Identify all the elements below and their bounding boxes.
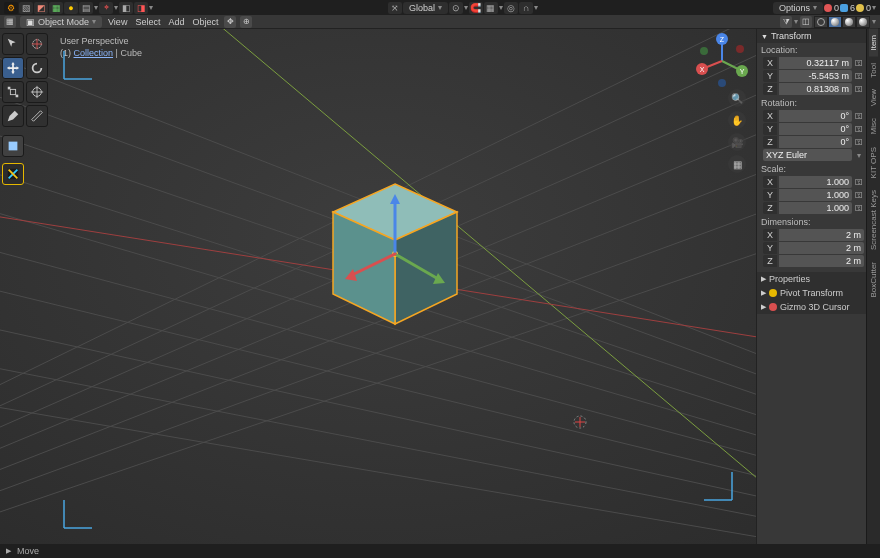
location-x[interactable]: 0.32117 m — [779, 57, 852, 69]
bool-icon-a[interactable]: ◧ — [119, 2, 133, 14]
lock-icon[interactable]: ⚿ — [854, 112, 864, 121]
stat-yellow: 0 — [856, 3, 871, 13]
last-operator-label[interactable]: Move — [17, 546, 39, 556]
nav-gizmo[interactable]: Z Y X — [694, 33, 750, 89]
properties-subpanel[interactable]: ▶Properties — [757, 272, 866, 286]
pivot-subpanel[interactable]: ▶Pivot Transform — [757, 286, 866, 300]
location-z[interactable]: 0.81308 m — [779, 83, 852, 95]
pan-icon[interactable]: ✋ — [728, 111, 746, 129]
breadcrumb-object: Cube — [120, 48, 142, 58]
n-panel-tabs: Item Tool View Misc KIT OPS Screencast K… — [866, 29, 880, 544]
scale-x[interactable]: 1.000 — [779, 176, 852, 188]
orientation-select[interactable]: Global▾ — [403, 2, 448, 14]
location-y[interactable]: -5.5453 m — [779, 70, 852, 82]
svg-text:Z: Z — [720, 36, 725, 43]
snap-toggle[interactable]: 🧲 — [469, 2, 483, 14]
tab-misc[interactable]: Misc — [869, 112, 878, 140]
show-gizmo-icon[interactable]: ✥ — [224, 16, 236, 28]
zoom-icon[interactable]: 🔍 — [728, 89, 746, 107]
rotation-label: Rotation: — [757, 96, 866, 110]
menu-object[interactable]: Object — [190, 17, 220, 27]
lock-icon[interactable]: ⚿ — [854, 191, 864, 200]
lock-icon[interactable]: ⚿ — [854, 125, 864, 134]
shading-matpreview-icon[interactable] — [842, 16, 856, 28]
rotation-z[interactable]: 0° — [779, 136, 852, 148]
svg-point-53 — [718, 79, 726, 87]
svg-text:X: X — [700, 66, 705, 73]
filter-icon[interactable]: ⧩ — [780, 16, 792, 28]
breadcrumb-collection[interactable]: Collection — [74, 48, 114, 58]
shading-rendered-icon[interactable] — [856, 16, 870, 28]
dimensions-z[interactable]: 2 m — [779, 255, 864, 267]
lock-icon[interactable]: ⚿ — [854, 138, 864, 147]
3d-viewport[interactable]: User Perspective (1) Collection | Cube Z… — [0, 29, 756, 544]
svg-point-54 — [700, 47, 708, 55]
menu-select[interactable]: Select — [133, 17, 162, 27]
lock-icon[interactable]: ⚿ — [854, 204, 864, 213]
tool-addon-a[interactable] — [2, 135, 24, 157]
tab-item[interactable]: Item — [869, 29, 878, 57]
tab-view[interactable]: View — [869, 83, 878, 112]
tool-icon-c[interactable]: ● — [64, 2, 78, 14]
editor-type-icon[interactable]: ▦ — [4, 16, 16, 28]
tool-select-box[interactable] — [2, 33, 24, 55]
tab-screencast[interactable]: Screencast Keys — [869, 184, 878, 256]
tool-icon-a[interactable]: ◩ — [34, 2, 48, 14]
options-dropdown[interactable]: Options▾ — [773, 2, 823, 14]
orientation-icon[interactable]: ⤧ — [388, 2, 402, 14]
tool-addon-b[interactable] — [2, 163, 24, 185]
shading-mode[interactable] — [814, 16, 870, 28]
lock-icon[interactable]: ⚿ — [854, 85, 864, 94]
dimensions-x[interactable]: 2 m — [779, 229, 864, 241]
last-op-expand-icon[interactable]: ▶ — [6, 547, 11, 555]
snap-type[interactable]: ▦ — [484, 2, 498, 14]
menu-view[interactable]: View — [106, 17, 129, 27]
show-overlays-icon[interactable]: ⊕ — [240, 16, 252, 28]
tool-shelf — [2, 33, 48, 185]
rotation-y[interactable]: 0° — [779, 123, 852, 135]
tool-transform[interactable] — [26, 81, 48, 103]
mode-select[interactable]: ▣Object Mode▾ — [20, 16, 102, 28]
transform-panel-header[interactable]: ▼Transform — [757, 29, 866, 43]
menu-add[interactable]: Add — [166, 17, 186, 27]
tool-measure[interactable] — [26, 105, 48, 127]
dimensions-label: Dimensions: — [757, 215, 866, 229]
tool-rotate[interactable] — [26, 57, 48, 79]
perspective-icon[interactable]: ▦ — [728, 155, 746, 173]
lock-icon[interactable]: ⚿ — [854, 59, 864, 68]
svg-rect-37 — [8, 87, 11, 90]
shading-wireframe-icon[interactable] — [814, 16, 828, 28]
rotation-mode[interactable]: XYZ Euler — [763, 149, 852, 161]
logo-icon[interactable]: ⚙ — [4, 2, 18, 14]
proportional-falloff[interactable]: ∩ — [519, 2, 533, 14]
camera-icon[interactable]: 🎥 — [728, 133, 746, 151]
stat-red: 0 — [824, 3, 839, 13]
pivot-icon[interactable]: ⊙ — [449, 2, 463, 14]
tool-icon-d[interactable]: ▤ — [79, 2, 93, 14]
scale-y[interactable]: 1.000 — [779, 189, 852, 201]
lock-icon[interactable]: ⚿ — [854, 72, 864, 81]
lock-icon[interactable]: ⚿ — [854, 178, 864, 187]
cursor-subpanel[interactable]: ▶Gizmo 3D Cursor — [757, 300, 866, 314]
scale-z[interactable]: 1.000 — [779, 202, 852, 214]
file-save-icon[interactable]: ▧ — [19, 2, 33, 14]
tab-boxcutter[interactable]: BoxCutter — [869, 256, 878, 304]
stat-blue: 6 — [840, 3, 855, 13]
tab-tool[interactable]: Tool — [869, 57, 878, 84]
shading-solid-icon[interactable] — [828, 16, 842, 28]
cursor-icon[interactable]: ⌖ — [99, 2, 113, 14]
tool-move[interactable] — [2, 57, 24, 79]
svg-text:Y: Y — [740, 68, 745, 75]
svg-rect-38 — [16, 95, 19, 98]
tool-icon-b[interactable]: ▦ — [49, 2, 63, 14]
tool-cursor[interactable] — [26, 33, 48, 55]
tool-scale[interactable] — [2, 81, 24, 103]
tab-kitops[interactable]: KIT OPS — [869, 141, 878, 184]
dimensions-y[interactable]: 2 m — [779, 242, 864, 254]
proportional-toggle[interactable]: ◎ — [504, 2, 518, 14]
bool-icon-b[interactable]: ◨ — [134, 2, 148, 14]
rotation-x[interactable]: 0° — [779, 110, 852, 122]
svg-rect-36 — [10, 89, 15, 94]
tool-annotate[interactable] — [2, 105, 24, 127]
xray-icon[interactable]: ◫ — [800, 16, 812, 28]
